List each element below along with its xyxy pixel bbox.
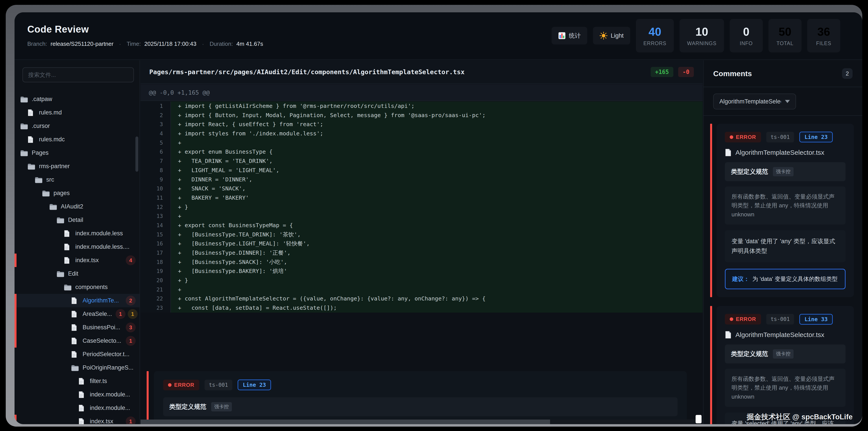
file-icon <box>725 148 732 157</box>
hunk-header: @@ -0,0 +1,165 @@ <box>141 84 703 101</box>
code-line: + DINNER = 'DINNER', <box>171 175 703 184</box>
code-line: + import { Button, Input, Modal, Paginat… <box>171 111 703 120</box>
vertical-scrollbar-thumb[interactable] <box>695 415 702 423</box>
diff-code-row: 21 + <box>141 285 703 294</box>
horizontal-scrollbar-thumb[interactable] <box>141 420 550 424</box>
code-line: + <box>171 285 703 294</box>
tree-item[interactable]: .catpaw <box>14 93 140 106</box>
info-label: INFO <box>740 40 753 46</box>
comments-panel: Comments 2 AlgorithmTemplateSelec ERROR <box>703 60 862 424</box>
tree-item[interactable]: index.module... <box>14 388 140 401</box>
code-line: + TEA_DRINK = 'TEA_DRINK', <box>171 157 703 166</box>
statistics-button[interactable]: 统计 <box>552 27 587 44</box>
line-number: 22 <box>141 294 171 303</box>
comment-card: ERROR ts-001 Line 23 AlgorithmTemplateSe… <box>716 124 854 297</box>
code-line: + import styles from './index.module.les… <box>171 129 703 138</box>
tree-item-label: filter.ts <box>90 378 107 385</box>
tree-scrollbar[interactable] <box>135 136 138 172</box>
issue-count-badge: 4 <box>126 255 136 265</box>
line-number: 14 <box>141 221 171 230</box>
code-line: + <box>171 211 703 221</box>
tree-item[interactable]: PoiOriginRangeS... <box>14 361 140 374</box>
tree-item[interactable]: CaseSelecto... 1 <box>14 334 140 347</box>
comment-message: 变量 'data' 使用了 'any' 类型，应该显式声明具体类型 <box>725 230 845 262</box>
search-input[interactable] <box>23 67 134 82</box>
stat-card-info: 0 INFO <box>730 19 763 53</box>
badge-group: 11 <box>116 309 137 319</box>
rule-id-badge: ts-001 <box>766 314 794 325</box>
line-badge[interactable]: Line 23 <box>238 379 271 390</box>
rule-title: 类型定义规范 <box>731 167 768 176</box>
file-filter-dropdown[interactable]: AlgorithmTemplateSelec <box>713 94 796 109</box>
comment-file-name: AlgorithmTemplateSelector.tsx <box>736 331 825 338</box>
comment-file-name: AlgorithmTemplateSelector.tsx <box>736 149 825 156</box>
tree-item[interactable]: rules.md <box>14 106 140 119</box>
tree-item[interactable]: rms-partner <box>14 160 140 173</box>
code-line: + [BusinessType.SNACK]: '小吃', <box>171 258 703 267</box>
header: Code Review Branch: release/S251120-part… <box>14 12 862 60</box>
line-number: 11 <box>141 193 171 202</box>
line-number: 12 <box>141 202 171 212</box>
error-indicator-bar <box>710 124 712 297</box>
diff-panel: Pages/rms-partner/src/pages/AIAudit2/Edi… <box>141 60 703 424</box>
rule-box: 类型定义规范 强卡控 <box>163 397 678 416</box>
file-tree: .catpaw rules.md <box>14 93 140 424</box>
stat-card-errors: 40 ERRORS <box>636 19 674 53</box>
tree-item[interactable]: components <box>14 280 140 294</box>
rule-tag: 强卡控 <box>211 402 232 411</box>
tree-item[interactable]: index.module.less <box>14 227 140 240</box>
diff-stats: +165 -0 <box>651 67 694 77</box>
tree-item[interactable]: .cursor <box>14 119 140 133</box>
severity-label: ERROR <box>174 382 194 388</box>
tree-item[interactable]: AlgorithmTe... 2 <box>14 294 140 307</box>
tree-item[interactable]: index.module... <box>14 401 140 415</box>
tree-item[interactable]: index.tsx 1 <box>14 415 140 424</box>
theme-toggle-button[interactable]: Light <box>593 27 630 44</box>
tree-item[interactable]: index.module.less.... <box>14 240 140 254</box>
tree-item-label: AIAudit2 <box>61 203 83 210</box>
diff-code-row: 15 + [BusinessType.TEA_DRINK]: '茶饮', <box>141 230 703 239</box>
line-number: 5 <box>141 138 171 147</box>
errors-label: ERRORS <box>643 40 666 46</box>
badge-group: 1 <box>126 336 136 346</box>
tree-item-label: PoiOriginRangeS... <box>83 364 133 371</box>
tree-item[interactable]: Detail <box>14 213 140 227</box>
tree-item[interactable]: AreaSele... 11 <box>14 307 140 321</box>
folder-icon <box>49 203 57 210</box>
diff-code-row: 9 + DINNER = 'DINNER', <box>141 175 703 184</box>
tree-item[interactable]: src <box>14 173 140 187</box>
inline-comment-card: ERROR ts-001 Line 23 类型定义规范 强卡控 所有函数参数、返… <box>154 371 687 424</box>
statistics-button-label: 统计 <box>569 32 581 40</box>
line-badge[interactable]: Line 23 <box>799 132 833 142</box>
rule-title: 类型定义规范 <box>731 350 768 358</box>
tree-item-label: index.tsx <box>90 418 114 424</box>
total-count: 50 <box>779 25 792 38</box>
tree-item-label: index.module... <box>90 391 130 398</box>
line-number: 17 <box>141 248 171 258</box>
code-line: + import React, { useEffect } from 'reac… <box>171 120 703 129</box>
file-icon <box>71 351 79 358</box>
tree-item[interactable]: Pages <box>14 146 140 160</box>
tree-item[interactable]: Edit <box>14 267 140 280</box>
file-icon <box>79 404 86 412</box>
code-line: + [BusinessType.BAKERY]: '烘培' <box>171 267 703 276</box>
file-icon <box>28 109 35 117</box>
tree-item[interactable]: rules.mdc <box>14 133 140 146</box>
issue-count-badge: 1 <box>126 417 136 424</box>
tree-item[interactable]: pages <box>14 187 140 200</box>
tree-item[interactable]: AIAudit2 <box>14 200 140 213</box>
comment-file-row: AlgorithmTemplateSelector.tsx <box>725 331 845 339</box>
tree-item[interactable]: index.tsx 4 <box>14 254 140 267</box>
comment-card-wrap: ERROR ts-001 Line 23 AlgorithmTemplateSe… <box>710 124 854 297</box>
tree-item[interactable]: BusinessPoi... 3 <box>14 321 140 334</box>
line-number: 9 <box>141 175 171 184</box>
comment-cards-list: ERROR ts-001 Line 23 AlgorithmTemplateSe… <box>704 116 862 424</box>
inline-comment: ERROR ts-001 Line 23 类型定义规范 强卡控 所有函数参数、返… <box>147 371 687 424</box>
separator-dot: · <box>202 41 204 47</box>
diff-code-row: 2 + import { Button, Input, Modal, Pagin… <box>141 111 703 120</box>
line-badge[interactable]: Line 33 <box>799 314 833 325</box>
tree-item[interactable]: PeriodSelector.t... <box>14 347 140 361</box>
diff-code-row: 17 + [BusinessType.DINNER]: '正餐', <box>141 248 703 258</box>
tree-item[interactable]: filter.ts <box>14 374 140 388</box>
horizontal-scrollbar[interactable] <box>141 420 703 424</box>
